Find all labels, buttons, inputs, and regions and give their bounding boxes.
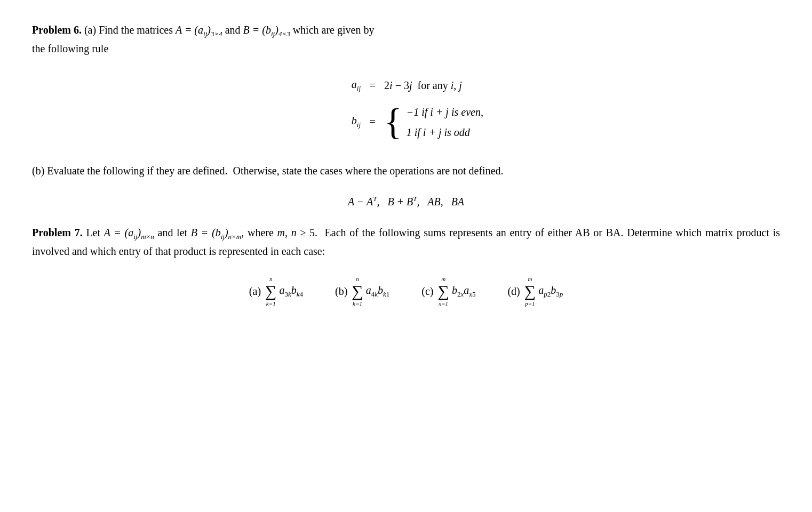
problem-6-part-a-intro: (a) Find the matrices A = (aij)3×4 and B… bbox=[84, 24, 374, 36]
part-c-lower: x=1 bbox=[439, 300, 448, 307]
part-c-sum: m ∑ x=1 b2xax5 bbox=[437, 276, 475, 307]
part-b-sum: n ∑ k=1 a4kbk1 bbox=[352, 276, 389, 307]
left-brace-icon: { bbox=[384, 103, 402, 141]
part-b-sigma-symbol: ∑ bbox=[352, 283, 363, 299]
rule-bij-row: bij = { −1 if i + j is even, 1 if i + j … bbox=[329, 103, 483, 141]
part-d-sigma-symbol: ∑ bbox=[524, 283, 536, 299]
cases-lines: −1 if i + j is even, 1 if i + j is odd bbox=[407, 104, 483, 140]
rule-definitions: aij = 2i − 3j for any i, j bij = { −1 if… bbox=[329, 78, 483, 141]
problem-6-part-b-text: (b) Evaluate the following if they are d… bbox=[32, 162, 780, 179]
part-expressions: (a) n ∑ k=1 a3kbk4 (b) n ∑ k=1 a4kbk1 bbox=[32, 276, 780, 307]
part-c-sigma: m ∑ x=1 bbox=[437, 276, 449, 307]
cases-block: { −1 if i + j is even, 1 if i + j is odd bbox=[384, 103, 483, 141]
part-d-item: (d) m ∑ p=1 ap2b3p bbox=[507, 276, 563, 307]
part-a-item: (a) n ∑ k=1 a3kbk4 bbox=[249, 276, 303, 307]
display-expression: A − AT, B + BT, AB, BA bbox=[32, 195, 780, 209]
part-b-label: (b) bbox=[335, 285, 347, 298]
part-c-item: (c) m ∑ x=1 b2xax5 bbox=[421, 276, 475, 307]
part-c-sigma-symbol: ∑ bbox=[437, 283, 449, 299]
part-a-sigma: n ∑ k=1 bbox=[265, 276, 276, 307]
rule-aij-eq: = bbox=[367, 79, 378, 92]
case-line-1: −1 if i + j is even, bbox=[407, 104, 483, 120]
rule-aij-row: aij = 2i − 3j for any i, j bbox=[329, 78, 462, 93]
part-a-upper: n bbox=[269, 276, 273, 282]
problem-6-label: Problem 6. bbox=[32, 24, 82, 36]
part-c-label: (c) bbox=[421, 285, 433, 298]
rule-aij-lhs: aij bbox=[329, 78, 361, 93]
case-line-2: 1 if i + j is odd bbox=[407, 124, 483, 140]
problem-7-text: Problem 7. Let A = (aij)m×n and let B = … bbox=[32, 224, 780, 260]
rule-bij-rhs: { −1 if i + j is even, 1 if i + j is odd bbox=[384, 103, 483, 141]
problem-6-text: Problem 6. (a) Find the matrices A = (ai… bbox=[32, 21, 780, 40]
part-d-sum: m ∑ p=1 ap2b3p bbox=[524, 276, 563, 307]
part-b-sigma: n ∑ k=1 bbox=[352, 276, 363, 307]
part-c-upper: m bbox=[441, 276, 445, 282]
rule-bij-eq: = bbox=[367, 116, 378, 128]
problem-7: Problem 7. Let A = (aij)m×n and let B = … bbox=[32, 224, 780, 307]
display-expr-text: A − AT, B + BT, AB, BA bbox=[348, 196, 464, 207]
part-b-upper: n bbox=[356, 276, 359, 282]
part-d-label: (d) bbox=[507, 285, 520, 298]
part-a-sigma-symbol: ∑ bbox=[265, 283, 276, 299]
part-d-lower: p=1 bbox=[525, 300, 535, 307]
part-b-item: (b) n ∑ k=1 a4kbk1 bbox=[335, 276, 389, 307]
rule-bij-lhs: bij bbox=[329, 115, 361, 129]
problem-7-label: Problem 7. bbox=[32, 227, 83, 238]
part-d-upper: m bbox=[528, 276, 532, 282]
part-a-lower: k=1 bbox=[266, 300, 276, 307]
problem-6-following-rule: the following rule bbox=[32, 40, 780, 57]
part-a-label: (a) bbox=[249, 285, 261, 298]
part-b-lower: k=1 bbox=[353, 300, 362, 307]
rule-aij-rhs: 2i − 3j for any i, j bbox=[384, 79, 462, 92]
problem-7-intro: Let A = (aij)m×n and let B = (bij)n×m, w… bbox=[32, 227, 780, 257]
problem-6: Problem 6. (a) Find the matrices A = (ai… bbox=[32, 21, 780, 208]
part-d-sigma: m ∑ p=1 bbox=[524, 276, 536, 307]
part-a-sum: n ∑ k=1 a3kbk4 bbox=[265, 276, 303, 307]
